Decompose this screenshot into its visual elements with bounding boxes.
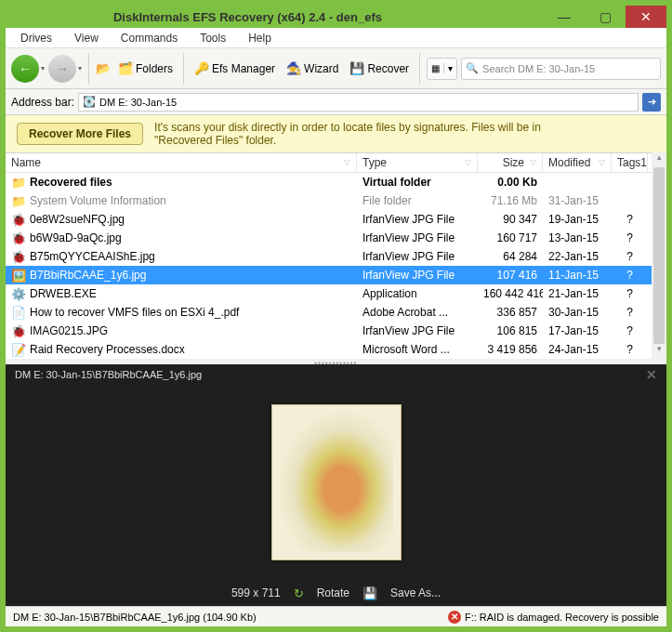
- window-title: DiskInternals EFS Recovery (x64) 2.4 - d…: [0, 10, 538, 24]
- file-row[interactable]: 📁Recovered filesVirtual folder0.00 Kb: [6, 173, 652, 191]
- forward-button[interactable]: →: [48, 55, 76, 83]
- maximize-button[interactable]: ▢: [585, 6, 626, 28]
- file-size: 160 442 416: [478, 287, 543, 300]
- preview-body: [6, 385, 666, 580]
- col-modified[interactable]: Modified▽: [543, 153, 612, 172]
- file-type: Microsoft Word ...: [357, 343, 478, 356]
- menu-tools[interactable]: Tools: [191, 31, 235, 46]
- filter-icon[interactable]: ▽: [465, 158, 471, 167]
- address-bar-row: Address bar: 💽 DM E: 30-Jan-15 ➔: [6, 89, 666, 115]
- file-name: System Volume Information: [30, 194, 166, 207]
- recover-icon: 💾: [349, 61, 364, 76]
- recover-more-files-button[interactable]: Recover More Files: [17, 123, 143, 145]
- titlebar: DiskInternals EFS Recovery (x64) 2.4 - d…: [6, 6, 666, 28]
- filter-icon[interactable]: ▽: [599, 158, 605, 167]
- file-name: b6W9aD-9aQc.jpg: [30, 231, 122, 244]
- file-icon: 🐞: [11, 230, 26, 245]
- file-icon: 📄: [11, 305, 26, 320]
- preview-path: DM E: 30-Jan-15\B7BbiRbCAAE_1y6.jpg: [15, 369, 202, 380]
- file-row[interactable]: 🐞B75mQYYCEAAIShE.jpgIrfanView JPG File64…: [6, 247, 652, 266]
- vertical-scrollbar[interactable]: ▴ ▾: [652, 152, 666, 359]
- minimize-button[interactable]: —: [544, 6, 585, 28]
- menu-view[interactable]: View: [65, 31, 108, 46]
- save-icon[interactable]: 💾: [362, 586, 377, 600]
- menu-commands[interactable]: Commands: [112, 31, 187, 46]
- file-size: 71.16 Mb: [478, 194, 543, 207]
- window-controls: — ▢ ✕: [544, 6, 666, 28]
- file-name: IMAG0215.JPG: [30, 324, 108, 337]
- file-size: 64 284: [478, 250, 543, 263]
- forward-history-dropdown[interactable]: ▾: [78, 64, 82, 72]
- close-button[interactable]: ✕: [626, 6, 666, 28]
- file-type: Virtual folder: [357, 176, 478, 189]
- file-icon: 📁: [11, 193, 26, 208]
- back-button[interactable]: ←: [11, 55, 39, 83]
- file-modified: 21-Jan-15: [543, 287, 612, 300]
- folders-button[interactable]: 🗂️ Folders: [114, 59, 177, 78]
- menu-drives[interactable]: Drives: [11, 31, 61, 46]
- view-dropdown-icon: ▾: [443, 63, 456, 73]
- efs-manager-button[interactable]: 🔑 Efs Manager: [191, 59, 279, 78]
- col-name[interactable]: Name▽: [6, 153, 357, 172]
- folders-label: Folders: [136, 62, 173, 75]
- file-type: IrfanView JPG File: [357, 269, 478, 282]
- up-folder-icon[interactable]: 📂: [96, 61, 111, 76]
- col-size[interactable]: Size▽: [478, 153, 543, 172]
- file-modified: 19-Jan-15: [543, 213, 612, 226]
- file-icon: 📁: [11, 175, 26, 190]
- recover-banner: Recover More Files It's scans your disk …: [6, 115, 666, 152]
- preview-pane: DM E: 30-Jan-15\B7BbiRbCAAE_1y6.jpg ✕ 59…: [6, 364, 666, 606]
- file-tags: ?: [612, 306, 648, 319]
- col-type[interactable]: Type▽: [357, 153, 478, 172]
- back-history-dropdown[interactable]: ▾: [41, 64, 45, 72]
- menu-help[interactable]: Help: [239, 31, 281, 46]
- search-placeholder: Search DM E: 30-Jan-15: [482, 63, 595, 74]
- wizard-button[interactable]: 🧙 Wizard: [283, 59, 342, 78]
- preview-close-button[interactable]: ✕: [646, 367, 657, 382]
- rotate-label[interactable]: Rotate: [317, 586, 349, 599]
- file-row[interactable]: 🖼️B7BbiRbCAAE_1y6.jpgIrfanView JPG File1…: [6, 266, 652, 284]
- banner-text: It's scans your disk directly in order t…: [154, 121, 563, 147]
- recover-button[interactable]: 💾 Recover: [346, 59, 413, 78]
- file-tags: ?: [612, 287, 648, 300]
- col-tags1[interactable]: Tags1: [612, 153, 648, 172]
- view-toggle[interactable]: ▦ ▾: [427, 58, 457, 80]
- file-modified: 17-Jan-15: [543, 324, 612, 337]
- go-button[interactable]: ➔: [642, 93, 661, 112]
- file-row[interactable]: 🐞b6W9aD-9aQc.jpgIrfanView JPG File160 71…: [6, 229, 652, 247]
- file-row[interactable]: 📝Raid Recovery Processes.docxMicrosoft W…: [6, 340, 652, 359]
- search-input[interactable]: 🔍 Search DM E: 30-Jan-15: [461, 58, 661, 80]
- file-size: 90 347: [478, 213, 543, 226]
- file-row[interactable]: 🐞IMAG0215.JPGIrfanView JPG File106 81517…: [6, 322, 652, 340]
- file-type: Adobe Acrobat ...: [357, 306, 478, 319]
- file-tags: ?: [612, 231, 648, 244]
- file-row[interactable]: 📄How to recover VMFS files on ESXi 4_.pd…: [6, 303, 652, 322]
- file-row[interactable]: 🐞0e8W2sueNFQ.jpgIrfanView JPG File90 347…: [6, 210, 652, 229]
- status-left: DM E: 30-Jan-15\B7BbiRbCAAE_1y6.jpg (104…: [13, 612, 257, 623]
- file-size: 106 815: [478, 324, 543, 337]
- preview-path-bar: DM E: 30-Jan-15\B7BbiRbCAAE_1y6.jpg ✕: [6, 364, 666, 385]
- search-icon: 🔍: [466, 62, 479, 74]
- rotate-icon[interactable]: ↻: [294, 586, 304, 600]
- filter-icon[interactable]: ▽: [530, 158, 536, 167]
- file-row[interactable]: ⚙️DRWEB.EXEApplication160 442 41621-Jan-…: [6, 284, 652, 303]
- recover-label: Recover: [367, 62, 409, 75]
- file-tags: ?: [612, 250, 648, 263]
- save-as-label[interactable]: Save As...: [390, 586, 441, 599]
- file-row[interactable]: 📁System Volume InformationFile folder71.…: [6, 191, 652, 210]
- file-size: 0.00 Kb: [478, 176, 543, 189]
- drive-icon: 💽: [83, 96, 96, 108]
- address-input[interactable]: 💽 DM E: 30-Jan-15: [78, 93, 639, 112]
- address-value: DM E: 30-Jan-15: [99, 97, 177, 108]
- efs-manager-label: Efs Manager: [212, 62, 275, 75]
- toolbar: ← ▾ → ▾ 📂 🗂️ Folders 🔑 Efs Manager 🧙 Wiz…: [6, 48, 666, 89]
- wizard-icon: 🧙: [286, 61, 301, 76]
- file-type: IrfanView JPG File: [357, 324, 478, 337]
- statusbar: DM E: 30-Jan-15\B7BbiRbCAAE_1y6.jpg (104…: [6, 606, 666, 626]
- preview-dimensions: 599 x 711: [231, 586, 281, 599]
- key-icon: 🔑: [194, 61, 209, 76]
- app-window: DiskInternals EFS Recovery (x64) 2.4 - d…: [0, 0, 672, 632]
- filter-icon[interactable]: ▽: [344, 158, 350, 167]
- file-icon: 🖼️: [11, 268, 26, 283]
- file-icon: ⚙️: [11, 286, 26, 301]
